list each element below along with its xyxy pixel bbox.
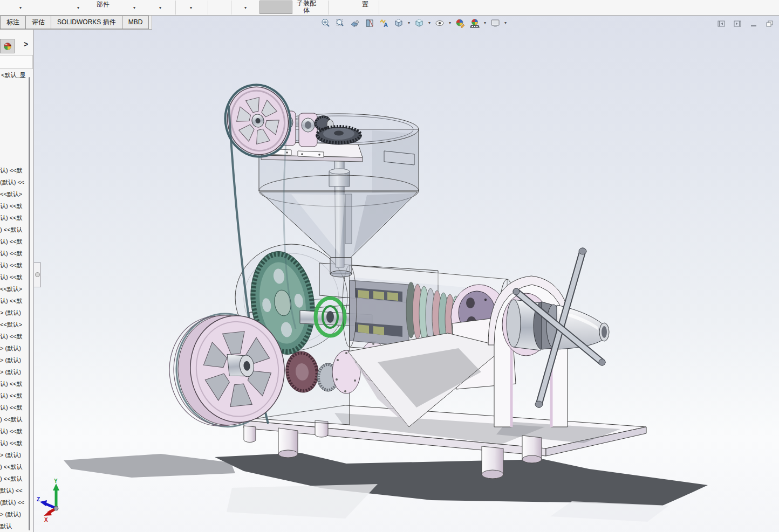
feature-tree-item[interactable]: 认) <<默	[0, 378, 29, 390]
feature-tree: 认) <<默(默认) <<<<默认>认) <<默认) <<默) <<默认认) <…	[0, 164, 29, 532]
feature-tree-item[interactable]: 认) <<默	[0, 164, 29, 176]
section-view-icon[interactable]	[364, 17, 375, 29]
panel-splitter-handle[interactable]	[34, 262, 41, 287]
layout-button-label[interactable]: 置	[362, 0, 368, 9]
feature-tree-item[interactable]: 认) <<默	[0, 212, 29, 224]
feature-tree-item[interactable]: ) <<默认	[0, 473, 29, 485]
chevron-down-icon[interactable]: ▾	[77, 6, 79, 10]
toolbar-separator	[208, 1, 208, 15]
chevron-down-icon[interactable]: ▾	[504, 21, 507, 25]
feature-tree-item[interactable]: 默认	[0, 520, 29, 532]
view-orientation-icon[interactable]	[393, 17, 405, 29]
graphics-viewport[interactable]: Y Z X A ▾	[34, 15, 779, 532]
hide-show-annotations-icon[interactable]: A	[378, 17, 390, 29]
feature-tree-item[interactable]: > (默认)	[0, 449, 29, 461]
view-settings-icon[interactable]	[489, 17, 501, 29]
feature-tree-scrollbar[interactable]	[29, 77, 30, 530]
command-tab[interactable]: MBD	[122, 16, 149, 29]
configuration-header[interactable]: <默认_显	[1, 71, 26, 79]
feature-tree-item[interactable]: 认) <<默	[0, 437, 29, 449]
chevron-down-icon[interactable]: ▾	[159, 6, 161, 10]
toolbar-separator	[231, 1, 231, 15]
feature-tree-item[interactable]: > (默认)	[0, 342, 29, 354]
feature-tree-item[interactable]: (默认) <<	[0, 176, 29, 188]
chevron-down-icon[interactable]: ▾	[449, 21, 451, 25]
heads-up-view-toolbar: A ▾ ▾ ▾ ▾ ▾	[320, 17, 507, 29]
feature-tree-item[interactable]: ) <<默认	[0, 413, 29, 425]
svg-text:A: A	[384, 22, 388, 28]
chevron-down-icon[interactable]: ▾	[428, 21, 430, 25]
feature-tree-item[interactable]: 认) <<默	[0, 247, 29, 259]
toolbar-separator	[175, 1, 176, 15]
subassembly-button-label[interactable]: 子装配体	[295, 0, 318, 14]
feature-tree-item[interactable]: > (默认)	[0, 354, 29, 366]
command-tab[interactable]: SOLIDWORKS 插件	[51, 16, 122, 29]
toolbar-separator	[328, 1, 329, 15]
feature-tree-item[interactable]: 默认) <<	[0, 485, 29, 496]
chevron-down-icon[interactable]: ▾	[133, 6, 135, 10]
edit-appearance-icon[interactable]	[454, 17, 466, 29]
zoom-to-fit-icon[interactable]	[320, 17, 332, 29]
command-tab[interactable]: 评估	[25, 16, 51, 29]
feature-tree-item[interactable]: > (默认)	[0, 508, 29, 520]
pane-controls	[717, 20, 774, 27]
chevron-down-icon[interactable]: ▾	[484, 21, 486, 25]
solidworks-window: ▾ ▾ 部件 ▾ ▾ ▾ ▾ 子装配体 置 标注评估SOLIDWORKS 插件M…	[0, 0, 779, 532]
subassembly-button[interactable]	[259, 1, 292, 14]
press-head-frame[interactable]	[488, 276, 573, 427]
chevron-down-icon[interactable]: ▾	[19, 6, 22, 10]
command-manager-tabs: 标注评估SOLIDWORKS 插件MBD	[0, 16, 152, 30]
display-manager-tab[interactable]	[0, 39, 15, 53]
appearance-sphere-icon	[3, 42, 12, 51]
feature-tree-item[interactable]: 认) <<默	[0, 200, 29, 212]
expand-panel-icon[interactable]: >	[24, 40, 28, 49]
collapse-left-pane-icon[interactable]	[717, 20, 725, 27]
feature-tree-item[interactable]: 认) <<默	[0, 236, 29, 247]
hide-show-items-icon[interactable]	[434, 17, 446, 29]
feature-tree-item[interactable]: 认) <<默	[0, 402, 29, 413]
restore-window-icon[interactable]	[766, 20, 774, 27]
feature-tree-item[interactable]: 认) <<默	[0, 330, 29, 342]
collapse-right-pane-icon[interactable]	[733, 20, 741, 27]
feature-tree-item[interactable]: <<默认>	[0, 188, 29, 200]
chevron-down-icon[interactable]: ▾	[190, 6, 192, 10]
3d-model-screw-oil-press[interactable]: Y Z X	[34, 15, 779, 532]
minimize-window-icon[interactable]	[749, 20, 757, 27]
display-style-icon[interactable]	[413, 17, 425, 29]
feature-tree-item[interactable]: <<默认>	[0, 283, 29, 295]
part-button-label[interactable]: 部件	[97, 0, 110, 9]
toolbar-separator	[379, 1, 379, 15]
command-tab[interactable]: 标注	[0, 16, 26, 29]
panel-toolbar-strip	[0, 55, 33, 69]
feature-tree-item[interactable]: 认) <<默	[0, 425, 29, 437]
feature-tree-item[interactable]: <<默认>	[0, 319, 29, 330]
feature-tree-item[interactable]: 认) <<默	[0, 259, 29, 271]
feature-tree-item[interactable]: > (默认)	[0, 366, 29, 378]
feature-manager-panel: > <默认_显 认) <<默(默认) <<<<默认>认) <<默认) <<默) …	[0, 30, 34, 532]
chevron-down-icon[interactable]: ▾	[244, 6, 247, 10]
feature-tree-item[interactable]: ) <<默认	[0, 461, 29, 473]
chevron-down-icon[interactable]: ▾	[408, 21, 410, 25]
zoom-to-area-icon[interactable]	[334, 17, 346, 29]
feature-tree-item[interactable]: 认) <<默	[0, 390, 29, 402]
previous-view-icon[interactable]	[349, 17, 361, 29]
triad-x-label: X	[44, 517, 48, 523]
command-manager-row: ▾ ▾ 部件 ▾ ▾ ▾ ▾ 子装配体 置	[0, 0, 779, 16]
floor-shadows	[64, 453, 708, 522]
feature-tree-item[interactable]: ) <<默认	[0, 224, 29, 236]
feature-tree-item[interactable]: 认) <<默	[0, 271, 29, 283]
feature-tree-item[interactable]: > (默认)	[0, 307, 29, 319]
triad-y-label: Y	[54, 478, 58, 484]
feature-tree-item[interactable]: 认) <<默	[0, 295, 29, 307]
apply-scene-icon[interactable]	[469, 17, 481, 29]
feature-tree-item[interactable]: (默认) <<	[0, 496, 29, 508]
orientation-triad: Y Z X	[37, 478, 59, 523]
triad-z-label: Z	[37, 496, 40, 502]
